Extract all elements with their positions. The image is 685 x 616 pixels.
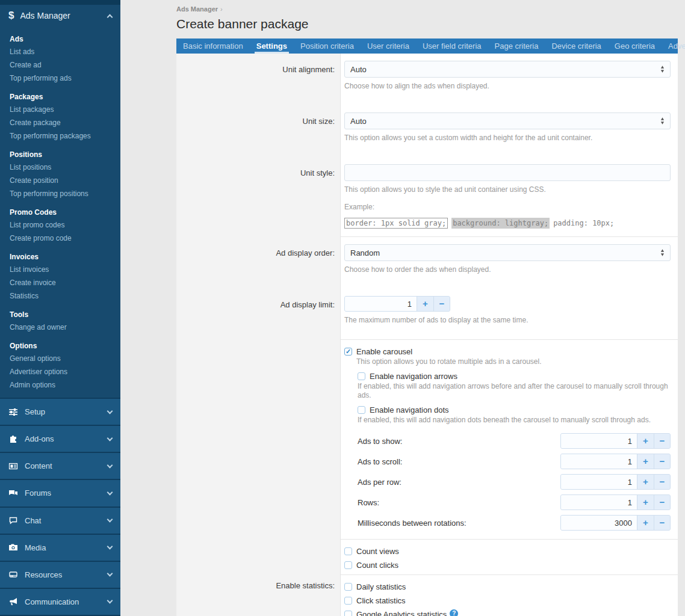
rows-input[interactable] [561,495,637,510]
sidebar-header-label: Ads Manager [20,11,108,20]
unit-alignment-selected-value: Auto [350,65,660,74]
sidebar-section-label: Forums [25,488,108,497]
tab-page-criteria[interactable]: Page criteria [488,38,545,54]
sidebar: $ Ads Manager Ads List ads Create ad Top… [0,0,120,616]
sidebar-section-chat[interactable]: Chat [0,507,120,534]
ads-to-scroll-input[interactable] [561,454,637,469]
rows-label: Rows: [358,498,379,507]
ads-per-row-decrement-button[interactable]: − [654,475,670,489]
rows-decrement-button[interactable]: − [654,495,670,510]
sidebar-item-general-options[interactable]: General options [10,352,120,365]
ads-to-show-decrement-button[interactable]: − [654,434,670,448]
tab-user-field-criteria[interactable]: User field criteria [416,38,488,54]
sidebar-item-create-package[interactable]: Create package [10,116,120,129]
sidebar-item-create-promo-code[interactable]: Create promo code [10,232,120,245]
sidebar-group-invoices: Invoices [10,253,120,261]
ads-to-show-input[interactable] [561,434,637,448]
ads-to-scroll-decrement-button[interactable]: − [654,454,670,469]
settings-form: Unit alignment: Auto Choose how to align… [176,54,678,616]
count-clicks-checkbox[interactable] [344,561,352,569]
enable-carousel-checkbox[interactable]: ✓ [344,348,352,356]
tab-basic-information[interactable]: Basic information [176,38,250,54]
sidebar-item-advertiser-options[interactable]: Advertiser options [10,365,120,378]
enable-carousel-label: Enable carousel [356,346,412,357]
sidebar-section-label: Setup [25,407,108,416]
code-border-sample: border: 1px solid gray; [344,218,448,229]
comments-icon [8,488,19,498]
help-icon[interactable]: ? [450,609,458,616]
ad-display-limit-input[interactable] [345,297,417,311]
ad-display-order-hint: Choose how to order the ads when display… [344,265,671,274]
code-background-sample: background: lightgray; [451,218,550,229]
sidebar-group-ads: Ads [10,35,120,43]
sidebar-group-promo-codes: Promo Codes [10,208,120,217]
sidebar-section-forums[interactable]: Forums [0,479,120,506]
sidebar-section-communication[interactable]: Communication [0,588,120,615]
enable-navigation-arrows-checkbox[interactable] [358,372,365,380]
tab-advertising[interactable]: Advertising [662,38,685,54]
google-analytics-statistics-checkbox[interactable] [344,611,352,616]
sidebar-item-admin-options[interactable]: Admin options [10,378,120,392]
daily-statistics-checkbox[interactable] [344,583,352,591]
count-views-checkbox[interactable] [344,547,352,555]
milliseconds-between-rotations-input[interactable] [561,516,637,530]
google-analytics-statistics-label: Google Analytics statistics [356,609,447,616]
ads-to-scroll-label: Ads to scroll: [358,457,402,466]
sidebar-section-content[interactable]: Content [0,452,120,479]
breadcrumb: Ads Manager› [176,4,678,13]
milliseconds-increment-button[interactable]: + [637,516,654,530]
puzzle-icon [8,434,19,444]
select-arrows-icon [660,249,665,256]
sidebar-item-list-packages[interactable]: List packages [10,103,120,116]
sidebar-item-list-invoices[interactable]: List invoices [10,263,120,276]
tab-settings[interactable]: Settings [250,38,294,54]
tab-user-criteria[interactable]: User criteria [361,38,416,54]
ads-per-row-increment-button[interactable]: + [637,475,654,489]
counters-empty-label [176,540,341,574]
sidebar-item-create-ad[interactable]: Create ad [10,58,120,72]
page-title: Create banner package [176,17,678,31]
tab-device-criteria[interactable]: Device criteria [545,38,607,54]
ad-display-limit-decrement-button[interactable]: − [433,297,450,311]
sidebar-item-change-ad-owner[interactable]: Change ad owner [10,321,120,334]
code-padding-sample: padding: 10px; [553,219,614,227]
sidebar-item-list-ads[interactable]: List ads [10,45,120,58]
unit-style-input[interactable] [344,164,671,181]
sidebar-item-top-performing-packages[interactable]: Top performing packages [10,129,120,143]
enable-navigation-dots-checkbox[interactable] [358,406,365,414]
ads-per-row-input[interactable] [561,475,637,489]
sidebar-item-list-promo-codes[interactable]: List promo codes [10,218,120,232]
sidebar-section-setup[interactable]: Setup [0,398,120,425]
unit-size-select[interactable]: Auto [344,112,671,129]
unit-style-label: Unit style: [176,157,341,236]
sidebar-header-ads-manager[interactable]: $ Ads Manager [0,5,120,28]
sidebar-item-top-performing-ads[interactable]: Top performing ads [10,72,120,85]
tab-position-criteria[interactable]: Position criteria [294,38,361,54]
tab-geo-criteria[interactable]: Geo criteria [608,38,662,54]
sidebar-top-strip [0,0,120,5]
sidebar-item-list-positions[interactable]: List positions [10,161,120,174]
breadcrumb-link-ads-manager[interactable]: Ads Manager [176,5,218,13]
ads-to-show-increment-button[interactable]: + [637,434,654,448]
sidebar-section-add-ons[interactable]: Add-ons [0,425,120,452]
unit-alignment-select[interactable]: Auto [344,61,671,78]
sidebar-item-create-position[interactable]: Create position [10,174,120,187]
sidebar-item-top-performing-positions[interactable]: Top performing positions [10,187,120,200]
sidebar-section-label: Communication [25,597,108,606]
ad-display-limit-increment-button[interactable]: + [417,297,433,311]
sidebar-group-options: Options [10,342,120,350]
rows-increment-button[interactable]: + [637,495,654,510]
click-statistics-checkbox[interactable] [344,597,352,605]
newspaper-icon [8,461,19,471]
unit-size-label: Unit size: [176,105,341,157]
sidebar-group-positions: Positions [10,150,120,159]
sidebar-section-media[interactable]: Media [0,534,120,561]
ad-display-order-select[interactable]: Random [344,244,671,261]
sidebar-menu: Ads List ads Create ad Top performing ad… [0,27,120,398]
ads-to-scroll-increment-button[interactable]: + [637,454,654,469]
sidebar-item-statistics[interactable]: Statistics [10,289,120,303]
unit-size-selected-value: Auto [350,117,660,126]
sidebar-item-create-invoice[interactable]: Create invoice [10,276,120,289]
milliseconds-decrement-button[interactable]: − [654,516,670,530]
sidebar-section-resources[interactable]: Resources [0,561,120,588]
